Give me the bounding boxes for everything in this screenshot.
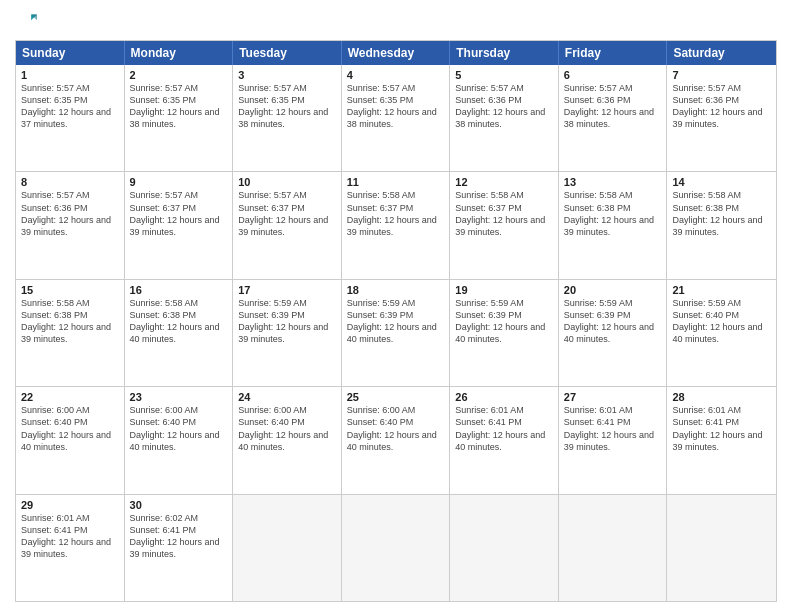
calendar-cell bbox=[342, 495, 451, 601]
day-number: 27 bbox=[564, 391, 662, 403]
calendar-cell: 8Sunrise: 5:57 AMSunset: 6:36 PMDaylight… bbox=[16, 172, 125, 278]
day-number: 22 bbox=[21, 391, 119, 403]
calendar-header-cell: Friday bbox=[559, 41, 668, 65]
day-info: Sunrise: 5:58 AMSunset: 6:38 PMDaylight:… bbox=[564, 189, 662, 238]
day-number: 21 bbox=[672, 284, 771, 296]
day-info: Sunrise: 5:57 AMSunset: 6:36 PMDaylight:… bbox=[672, 82, 771, 131]
calendar-cell: 29Sunrise: 6:01 AMSunset: 6:41 PMDayligh… bbox=[16, 495, 125, 601]
logo-icon bbox=[15, 10, 37, 32]
day-info: Sunrise: 5:57 AMSunset: 6:36 PMDaylight:… bbox=[21, 189, 119, 238]
calendar-cell: 7Sunrise: 5:57 AMSunset: 6:36 PMDaylight… bbox=[667, 65, 776, 171]
header bbox=[15, 10, 777, 32]
day-info: Sunrise: 6:00 AMSunset: 6:40 PMDaylight:… bbox=[130, 404, 228, 453]
day-info: Sunrise: 5:59 AMSunset: 6:40 PMDaylight:… bbox=[672, 297, 771, 346]
calendar-cell: 26Sunrise: 6:01 AMSunset: 6:41 PMDayligh… bbox=[450, 387, 559, 493]
calendar-cell: 30Sunrise: 6:02 AMSunset: 6:41 PMDayligh… bbox=[125, 495, 234, 601]
day-info: Sunrise: 5:57 AMSunset: 6:35 PMDaylight:… bbox=[238, 82, 336, 131]
day-info: Sunrise: 5:59 AMSunset: 6:39 PMDaylight:… bbox=[347, 297, 445, 346]
day-info: Sunrise: 5:57 AMSunset: 6:35 PMDaylight:… bbox=[21, 82, 119, 131]
day-info: Sunrise: 6:02 AMSunset: 6:41 PMDaylight:… bbox=[130, 512, 228, 561]
day-number: 8 bbox=[21, 176, 119, 188]
calendar-cell: 23Sunrise: 6:00 AMSunset: 6:40 PMDayligh… bbox=[125, 387, 234, 493]
day-number: 24 bbox=[238, 391, 336, 403]
day-info: Sunrise: 5:58 AMSunset: 6:37 PMDaylight:… bbox=[455, 189, 553, 238]
calendar-body: 1Sunrise: 5:57 AMSunset: 6:35 PMDaylight… bbox=[16, 65, 776, 601]
calendar-cell: 18Sunrise: 5:59 AMSunset: 6:39 PMDayligh… bbox=[342, 280, 451, 386]
calendar-cell bbox=[450, 495, 559, 601]
calendar-header-cell: Wednesday bbox=[342, 41, 451, 65]
day-number: 26 bbox=[455, 391, 553, 403]
day-number: 5 bbox=[455, 69, 553, 81]
calendar-header-cell: Sunday bbox=[16, 41, 125, 65]
calendar-cell: 3Sunrise: 5:57 AMSunset: 6:35 PMDaylight… bbox=[233, 65, 342, 171]
calendar-cell bbox=[233, 495, 342, 601]
calendar-header-cell: Saturday bbox=[667, 41, 776, 65]
day-info: Sunrise: 5:57 AMSunset: 6:35 PMDaylight:… bbox=[347, 82, 445, 131]
day-number: 4 bbox=[347, 69, 445, 81]
calendar-cell: 20Sunrise: 5:59 AMSunset: 6:39 PMDayligh… bbox=[559, 280, 668, 386]
day-number: 10 bbox=[238, 176, 336, 188]
day-info: Sunrise: 5:59 AMSunset: 6:39 PMDaylight:… bbox=[238, 297, 336, 346]
day-number: 20 bbox=[564, 284, 662, 296]
calendar-cell: 28Sunrise: 6:01 AMSunset: 6:41 PMDayligh… bbox=[667, 387, 776, 493]
calendar-header: SundayMondayTuesdayWednesdayThursdayFrid… bbox=[16, 41, 776, 65]
calendar-cell: 19Sunrise: 5:59 AMSunset: 6:39 PMDayligh… bbox=[450, 280, 559, 386]
day-info: Sunrise: 5:58 AMSunset: 6:37 PMDaylight:… bbox=[347, 189, 445, 238]
calendar-cell bbox=[667, 495, 776, 601]
day-number: 1 bbox=[21, 69, 119, 81]
day-number: 23 bbox=[130, 391, 228, 403]
day-info: Sunrise: 6:01 AMSunset: 6:41 PMDaylight:… bbox=[564, 404, 662, 453]
calendar-cell: 6Sunrise: 5:57 AMSunset: 6:36 PMDaylight… bbox=[559, 65, 668, 171]
day-number: 15 bbox=[21, 284, 119, 296]
day-info: Sunrise: 6:01 AMSunset: 6:41 PMDaylight:… bbox=[455, 404, 553, 453]
day-info: Sunrise: 5:58 AMSunset: 6:38 PMDaylight:… bbox=[672, 189, 771, 238]
calendar-header-cell: Tuesday bbox=[233, 41, 342, 65]
calendar-cell: 11Sunrise: 5:58 AMSunset: 6:37 PMDayligh… bbox=[342, 172, 451, 278]
calendar-cell: 1Sunrise: 5:57 AMSunset: 6:35 PMDaylight… bbox=[16, 65, 125, 171]
calendar-cell: 4Sunrise: 5:57 AMSunset: 6:35 PMDaylight… bbox=[342, 65, 451, 171]
day-info: Sunrise: 6:00 AMSunset: 6:40 PMDaylight:… bbox=[21, 404, 119, 453]
calendar-cell: 9Sunrise: 5:57 AMSunset: 6:37 PMDaylight… bbox=[125, 172, 234, 278]
calendar-cell: 16Sunrise: 5:58 AMSunset: 6:38 PMDayligh… bbox=[125, 280, 234, 386]
day-number: 29 bbox=[21, 499, 119, 511]
day-info: Sunrise: 5:57 AMSunset: 6:35 PMDaylight:… bbox=[130, 82, 228, 131]
day-number: 13 bbox=[564, 176, 662, 188]
calendar-row: 15Sunrise: 5:58 AMSunset: 6:38 PMDayligh… bbox=[16, 280, 776, 387]
day-number: 28 bbox=[672, 391, 771, 403]
day-info: Sunrise: 6:01 AMSunset: 6:41 PMDaylight:… bbox=[672, 404, 771, 453]
day-info: Sunrise: 5:57 AMSunset: 6:37 PMDaylight:… bbox=[238, 189, 336, 238]
calendar-cell: 21Sunrise: 5:59 AMSunset: 6:40 PMDayligh… bbox=[667, 280, 776, 386]
calendar-cell: 25Sunrise: 6:00 AMSunset: 6:40 PMDayligh… bbox=[342, 387, 451, 493]
calendar-cell: 12Sunrise: 5:58 AMSunset: 6:37 PMDayligh… bbox=[450, 172, 559, 278]
calendar-cell: 13Sunrise: 5:58 AMSunset: 6:38 PMDayligh… bbox=[559, 172, 668, 278]
day-info: Sunrise: 5:58 AMSunset: 6:38 PMDaylight:… bbox=[21, 297, 119, 346]
day-info: Sunrise: 6:00 AMSunset: 6:40 PMDaylight:… bbox=[347, 404, 445, 453]
calendar-cell: 5Sunrise: 5:57 AMSunset: 6:36 PMDaylight… bbox=[450, 65, 559, 171]
page: SundayMondayTuesdayWednesdayThursdayFrid… bbox=[0, 0, 792, 612]
day-info: Sunrise: 6:00 AMSunset: 6:40 PMDaylight:… bbox=[238, 404, 336, 453]
day-info: Sunrise: 6:01 AMSunset: 6:41 PMDaylight:… bbox=[21, 512, 119, 561]
day-number: 16 bbox=[130, 284, 228, 296]
day-number: 12 bbox=[455, 176, 553, 188]
calendar-cell: 10Sunrise: 5:57 AMSunset: 6:37 PMDayligh… bbox=[233, 172, 342, 278]
calendar-cell: 2Sunrise: 5:57 AMSunset: 6:35 PMDaylight… bbox=[125, 65, 234, 171]
calendar-cell: 22Sunrise: 6:00 AMSunset: 6:40 PMDayligh… bbox=[16, 387, 125, 493]
calendar: SundayMondayTuesdayWednesdayThursdayFrid… bbox=[15, 40, 777, 602]
calendar-row: 1Sunrise: 5:57 AMSunset: 6:35 PMDaylight… bbox=[16, 65, 776, 172]
calendar-row: 22Sunrise: 6:00 AMSunset: 6:40 PMDayligh… bbox=[16, 387, 776, 494]
calendar-cell: 17Sunrise: 5:59 AMSunset: 6:39 PMDayligh… bbox=[233, 280, 342, 386]
day-info: Sunrise: 5:59 AMSunset: 6:39 PMDaylight:… bbox=[564, 297, 662, 346]
day-info: Sunrise: 5:58 AMSunset: 6:38 PMDaylight:… bbox=[130, 297, 228, 346]
day-info: Sunrise: 5:57 AMSunset: 6:37 PMDaylight:… bbox=[130, 189, 228, 238]
day-info: Sunrise: 5:57 AMSunset: 6:36 PMDaylight:… bbox=[564, 82, 662, 131]
logo bbox=[15, 10, 41, 32]
day-number: 6 bbox=[564, 69, 662, 81]
calendar-row: 29Sunrise: 6:01 AMSunset: 6:41 PMDayligh… bbox=[16, 495, 776, 601]
day-number: 17 bbox=[238, 284, 336, 296]
calendar-cell: 27Sunrise: 6:01 AMSunset: 6:41 PMDayligh… bbox=[559, 387, 668, 493]
day-number: 3 bbox=[238, 69, 336, 81]
calendar-cell: 24Sunrise: 6:00 AMSunset: 6:40 PMDayligh… bbox=[233, 387, 342, 493]
day-number: 11 bbox=[347, 176, 445, 188]
calendar-header-cell: Monday bbox=[125, 41, 234, 65]
day-number: 18 bbox=[347, 284, 445, 296]
